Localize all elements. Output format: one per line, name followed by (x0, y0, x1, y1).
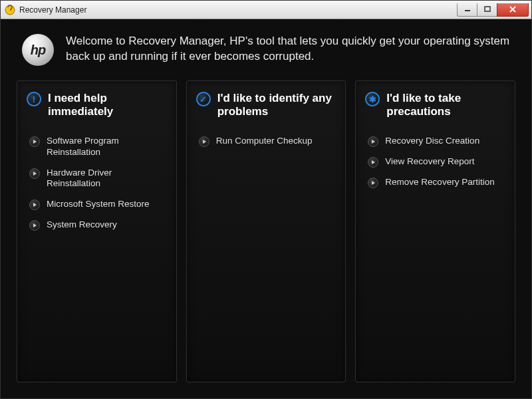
alert-icon: ! (27, 92, 41, 106)
item-label: View Recovery Report (385, 156, 474, 168)
item-label: Hardware Driver Reinstallation (47, 168, 167, 190)
panel-help-immediately: ! I need help immediately Software Progr… (17, 80, 177, 382)
item-label: Software Program Reinstallation (47, 136, 167, 158)
panel-list: Run Computer Checkup (196, 131, 336, 152)
window-title: Recovery Manager (19, 5, 457, 15)
close-icon (509, 6, 517, 13)
panel-list: Software Program Reinstallation Hardware… (27, 131, 167, 236)
item-view-report[interactable]: View Recovery Report (365, 152, 505, 172)
item-remove-partition[interactable]: Remove Recovery Partition (365, 172, 505, 193)
app-icon (5, 5, 15, 15)
play-icon (199, 136, 209, 147)
panel-head: ✱ I'd like to take precautions (365, 92, 505, 119)
columns: ! I need help immediately Software Progr… (17, 80, 515, 382)
gear-icon: ✱ (365, 92, 380, 106)
item-label: Run Computer Checkup (216, 136, 313, 147)
maximize-button[interactable] (477, 3, 497, 17)
play-icon (368, 136, 378, 147)
item-recovery-disc[interactable]: Recovery Disc Creation (365, 131, 505, 152)
check-icon: ✓ (196, 92, 211, 106)
item-system-restore[interactable]: Microsoft System Restore (27, 194, 167, 215)
panel-title: I need help immediately (48, 92, 167, 119)
panel-title: I'd like to identify any problems (217, 92, 336, 119)
panel-take-precautions: ✱ I'd like to take precautions Recovery … (355, 80, 515, 382)
svg-point-0 (5, 5, 15, 15)
svg-rect-1 (465, 10, 470, 11)
play-icon (29, 220, 40, 231)
svg-rect-2 (485, 7, 490, 11)
minimize-button[interactable] (457, 3, 477, 17)
play-icon (29, 200, 40, 210)
item-software-reinstall[interactable]: Software Program Reinstallation (27, 131, 167, 163)
item-label: Remove Recovery Partition (385, 177, 494, 188)
item-label: Microsoft System Restore (47, 199, 150, 210)
panel-identify-problems: ✓ I'd like to identify any problems Run … (186, 80, 346, 382)
play-icon (368, 178, 378, 188)
panel-head: ✓ I'd like to identify any problems (196, 92, 336, 119)
item-label: System Recovery (47, 219, 117, 231)
play-icon (29, 136, 40, 147)
maximize-icon (484, 6, 491, 13)
panel-head: ! I need help immediately (27, 92, 167, 119)
titlebar[interactable]: Recovery Manager (1, 1, 531, 19)
app-window: Recovery Manager hp Welcome to Recovery … (0, 0, 532, 399)
hp-logo-icon: hp (22, 34, 54, 66)
window-controls (457, 3, 529, 17)
close-button[interactable] (497, 3, 529, 17)
welcome-text: Welcome to Recovery Manager, HP's tool t… (66, 34, 510, 65)
play-icon (29, 168, 40, 179)
item-system-recovery[interactable]: System Recovery (27, 215, 167, 235)
header: hp Welcome to Recovery Manager, HP's too… (17, 31, 515, 78)
panel-list: Recovery Disc Creation View Recovery Rep… (365, 131, 505, 193)
minimize-icon (464, 6, 471, 13)
item-driver-reinstall[interactable]: Hardware Driver Reinstallation (27, 163, 167, 195)
play-icon (368, 157, 378, 168)
panel-title: I'd like to take precautions (386, 92, 505, 119)
content-area: hp Welcome to Recovery Manager, HP's too… (1, 19, 531, 398)
item-run-checkup[interactable]: Run Computer Checkup (196, 131, 336, 152)
item-label: Recovery Disc Creation (385, 136, 479, 147)
